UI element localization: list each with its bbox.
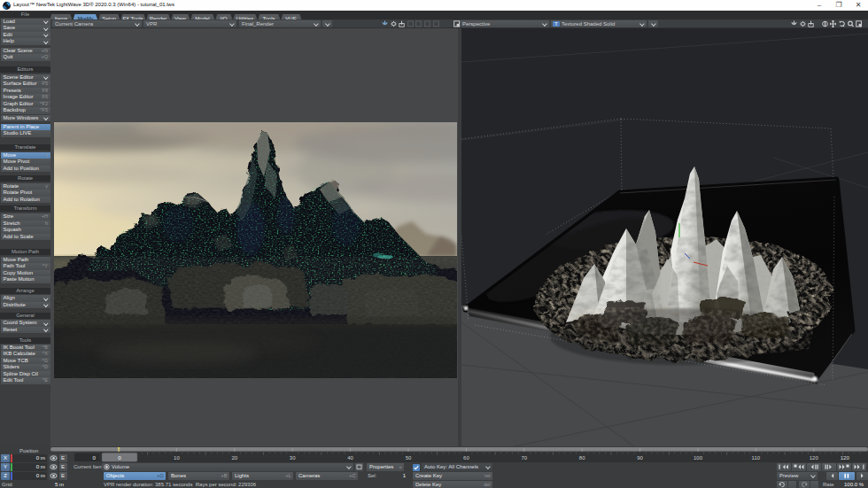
svg-text:110: 110 xyxy=(752,455,761,461)
svg-text:120: 120 xyxy=(841,454,850,461)
svg-text:20: 20 xyxy=(231,455,237,461)
svg-text:0: 0 xyxy=(118,454,121,461)
svg-text:10: 10 xyxy=(174,455,180,461)
svg-text:0: 0 xyxy=(93,454,97,461)
svg-text:70: 70 xyxy=(521,455,527,461)
svg-text:100: 100 xyxy=(694,455,703,461)
svg-text:80: 80 xyxy=(579,455,585,461)
svg-text:50: 50 xyxy=(406,455,412,461)
svg-text:120: 120 xyxy=(810,455,819,461)
svg-text:40: 40 xyxy=(347,455,353,461)
svg-text:30: 30 xyxy=(290,455,296,461)
svg-text:60: 60 xyxy=(463,455,469,461)
svg-text:90: 90 xyxy=(637,455,643,461)
